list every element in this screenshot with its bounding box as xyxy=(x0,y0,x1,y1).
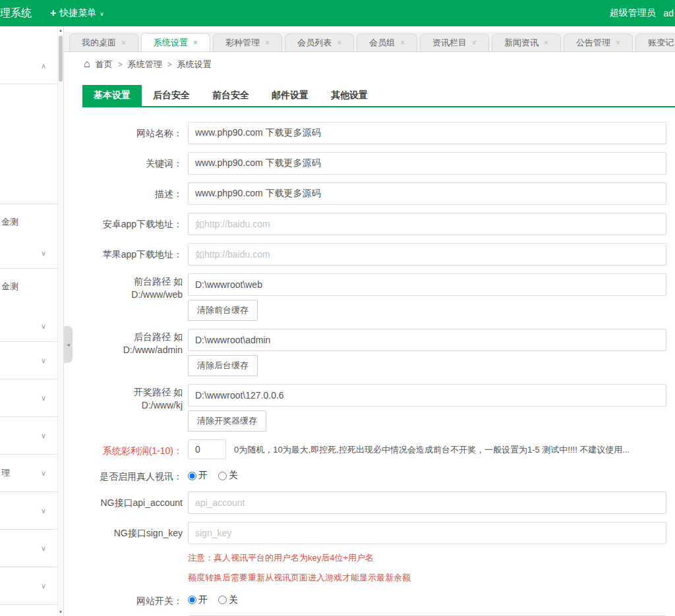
field-label: 后台路径 如 D:/www/admin xyxy=(82,329,188,356)
layout: ∧ 金测 ∨ 金测 ∨ ∨ ∨ ∨ 理 ∨ ∨ ∨ ∨ xyxy=(0,26,675,616)
tab-other-settings[interactable]: 其他设置 xyxy=(320,85,379,106)
field-label: NG接口api_account xyxy=(82,491,188,510)
sidebar-group[interactable]: 金测 ∨ xyxy=(0,269,63,342)
site-off-radio[interactable] xyxy=(218,596,227,604)
window-tabs: 我的桌面 × 系统设置 × 彩种管理 × 会员列表 × 会员组 × 资讯栏目 × xyxy=(64,32,675,52)
close-icon[interactable]: × xyxy=(193,38,198,47)
video-on-option[interactable]: 开 xyxy=(188,470,208,482)
window-tab-announcements[interactable]: 公告管理 × xyxy=(564,34,633,51)
main-area: 我的桌面 × 系统设置 × 彩种管理 × 会员列表 × 会员组 × 资讯栏目 × xyxy=(64,26,675,616)
username[interactable]: ad xyxy=(663,8,674,18)
chevron-down-icon: ∨ xyxy=(100,11,104,17)
field-label: 描述： xyxy=(82,182,188,201)
quick-menu-button[interactable]: + 快捷菜单 ∨ xyxy=(50,7,104,19)
sidebar-scrollbar[interactable]: ▲ ▼ xyxy=(57,26,63,616)
form-row-video-switch: 是否启用真人视讯： 开 关 xyxy=(82,467,675,484)
close-icon[interactable]: × xyxy=(616,38,620,47)
window-tab-news[interactable]: 新闻资讯 × xyxy=(492,34,561,51)
site-off-option[interactable]: 关 xyxy=(218,594,238,606)
window-tab-members[interactable]: 会员列表 × xyxy=(285,34,354,51)
sidebar-item-label[interactable]: 金测 xyxy=(1,281,18,293)
window-tab-system-settings[interactable]: 系统设置 × xyxy=(141,33,210,52)
sidebar-item-label[interactable]: 金测 xyxy=(1,216,18,228)
chevron-down-icon[interactable]: ∨ xyxy=(41,582,46,590)
ng-api-account-input[interactable] xyxy=(188,491,666,514)
lottery-path-input[interactable] xyxy=(188,384,666,406)
admin-path-input[interactable] xyxy=(188,329,666,351)
scroll-up-icon[interactable]: ▲ xyxy=(58,28,63,32)
field-label: 关键词： xyxy=(82,152,188,171)
ng-sign-key-input[interactable] xyxy=(188,522,666,544)
chevron-down-icon[interactable]: ∨ xyxy=(41,544,46,553)
field-label: NG接口sign_key xyxy=(82,522,188,540)
chevron-up-icon[interactable]: ∧ xyxy=(41,62,46,70)
window-tab-account-log[interactable]: 账变记 × xyxy=(635,34,675,51)
front-path-input[interactable] xyxy=(188,273,666,296)
sidebar-group[interactable]: ∨ xyxy=(0,342,63,379)
scroll-down-icon[interactable]: ▼ xyxy=(58,610,63,614)
clear-front-cache-button[interactable]: 清除前台缓存 xyxy=(188,300,258,321)
sidebar-group[interactable]: 金测 ∨ xyxy=(0,204,63,269)
sign-key-note-1: 注意：真人视讯平台的用户名为key后4位+用户名 xyxy=(188,552,666,564)
role-label: 超级管理员 xyxy=(609,7,655,19)
sidebar-group[interactable] xyxy=(0,84,63,204)
window-tab-info-category[interactable]: 资讯栏目 × xyxy=(420,34,489,51)
sidebar-group[interactable]: 理 ∨ xyxy=(0,455,63,492)
sidebar-group[interactable]: ∨ xyxy=(0,417,63,455)
sidebar-group[interactable]: ∨ xyxy=(0,530,63,567)
breadcrumb: ⌂ 首页 > 系统管理 > 系统设置 xyxy=(64,52,675,77)
chevron-down-icon[interactable]: ∨ xyxy=(41,394,46,403)
field-label: 是否启用真人视讯： xyxy=(82,467,188,484)
clear-admin-cache-button[interactable]: 清除后台缓存 xyxy=(188,355,258,376)
sidebar-group xyxy=(0,605,63,616)
topbar: 理系统 + 快捷菜单 ∨ 超级管理员 ad xyxy=(0,0,675,26)
tab-frontend-security[interactable]: 前台安全 xyxy=(201,85,260,106)
app-title: 理系统 xyxy=(0,7,32,20)
clear-lottery-cache-button[interactable]: 清除开奖器缓存 xyxy=(188,410,266,432)
quick-menu-label: 快捷菜单 xyxy=(59,7,96,19)
close-icon[interactable]: × xyxy=(337,38,341,47)
breadcrumb-level2[interactable]: 系统设置 xyxy=(177,59,212,70)
form-row-lottery-path: 开奖路径 如 D:/www/kj 清除开奖器缓存 xyxy=(82,384,675,432)
tab-mail-settings[interactable]: 邮件设置 xyxy=(260,85,320,106)
sidebar-item-label[interactable]: 理 xyxy=(1,467,10,479)
collapse-left-icon: ◂ xyxy=(67,341,70,348)
site-on-radio[interactable] xyxy=(188,596,196,604)
sidebar-group[interactable]: ∧ xyxy=(0,26,63,84)
chevron-down-icon[interactable]: ∨ xyxy=(41,356,46,365)
chevron-down-icon[interactable]: ∨ xyxy=(41,432,46,440)
site-name-input[interactable] xyxy=(188,122,666,144)
ios-app-url-input[interactable] xyxy=(188,243,666,266)
close-icon[interactable]: × xyxy=(400,38,405,47)
close-icon[interactable]: × xyxy=(472,38,477,47)
description-input[interactable] xyxy=(188,182,666,205)
breadcrumb-level1[interactable]: 系统管理 xyxy=(128,59,162,70)
site-on-option[interactable]: 开 xyxy=(188,594,208,606)
scrollbar-thumb[interactable] xyxy=(59,36,63,82)
sidebar-group[interactable]: ∨ xyxy=(0,492,63,530)
window-tab-member-group[interactable]: 会员组 × xyxy=(357,34,417,51)
keywords-input[interactable] xyxy=(188,152,666,175)
breadcrumb-home[interactable]: 首页 xyxy=(96,59,113,70)
video-off-option[interactable]: 关 xyxy=(218,470,238,482)
android-app-url-input[interactable] xyxy=(188,213,666,235)
sidebar-group[interactable]: ∨ xyxy=(0,567,63,605)
sidebar-collapse-handle[interactable]: ◂ xyxy=(64,326,73,363)
close-icon[interactable]: × xyxy=(544,38,548,47)
sidebar-group[interactable]: ∨ xyxy=(0,379,63,417)
tab-backend-security[interactable]: 后台安全 xyxy=(142,85,201,106)
profit-input[interactable] xyxy=(188,439,226,459)
chevron-down-icon[interactable]: ∨ xyxy=(41,507,46,515)
field-label: 系统彩利润(1-10)： xyxy=(82,439,188,458)
video-on-radio[interactable] xyxy=(188,472,196,480)
chevron-down-icon[interactable]: ∨ xyxy=(41,469,46,478)
video-off-radio[interactable] xyxy=(218,472,227,480)
field-label: 前台路径 如 D:/www/web xyxy=(82,273,188,301)
tab-basic-settings[interactable]: 基本设置 xyxy=(82,85,142,106)
close-icon[interactable]: × xyxy=(121,38,126,47)
chevron-down-icon[interactable]: ∨ xyxy=(41,322,46,331)
window-tab-lottery[interactable]: 彩种管理 × xyxy=(213,34,282,51)
window-tab-desktop[interactable]: 我的桌面 × xyxy=(69,34,138,51)
close-icon[interactable]: × xyxy=(265,38,270,47)
chevron-down-icon[interactable]: ∨ xyxy=(41,249,46,258)
